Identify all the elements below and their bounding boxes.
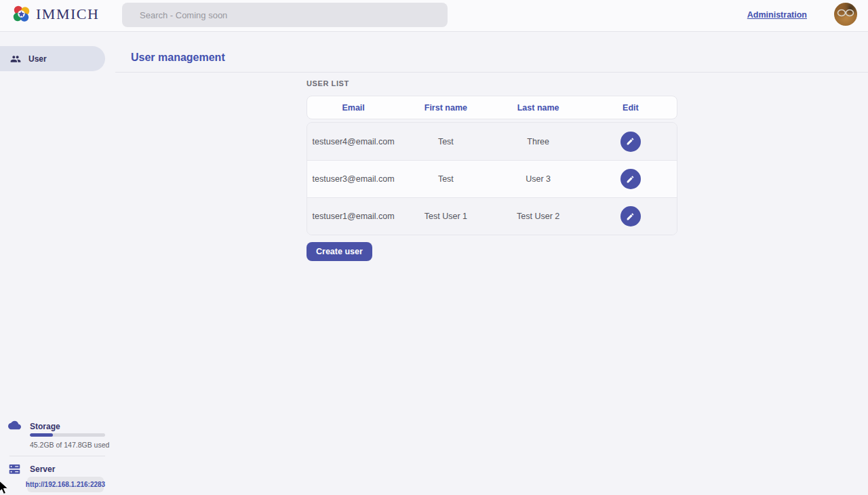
- search-input[interactable]: [122, 3, 448, 27]
- users-icon: [10, 54, 21, 64]
- cell-first-name: Test: [399, 137, 492, 146]
- glasses-icon: [837, 8, 854, 18]
- storage-title: Storage: [30, 422, 60, 431]
- sidebar-item-user-label: User: [28, 54, 47, 64]
- column-header-first-name: First name: [399, 103, 492, 113]
- user-table: testuser4@email.com Test Three testuser3…: [307, 122, 677, 235]
- title-divider: [115, 72, 868, 73]
- administration-link[interactable]: Administration: [747, 10, 807, 20]
- cell-last-name: Three: [492, 137, 585, 146]
- cell-email: testuser4@email.com: [307, 137, 399, 146]
- top-bar: IMMICH Administration: [0, 0, 868, 32]
- cell-first-name: Test User 1: [399, 212, 492, 221]
- storage-progress-fill: [30, 433, 53, 437]
- table-row: testuser3@email.com Test User 3: [307, 160, 677, 197]
- edit-user-button[interactable]: [620, 206, 641, 226]
- user-list-label: USER LIST: [307, 79, 349, 87]
- column-header-email: Email: [307, 103, 399, 113]
- immich-flower-icon: [12, 5, 31, 23]
- cell-last-name: User 3: [492, 174, 585, 184]
- user-avatar[interactable]: [834, 3, 857, 26]
- immich-logo[interactable]: IMMICH: [12, 5, 99, 23]
- cell-first-name: Test: [399, 174, 492, 184]
- page-title: User management: [131, 52, 225, 64]
- brand-name: IMMICH: [36, 5, 99, 23]
- table-row: testuser1@email.com Test User 1 Test Use…: [307, 197, 677, 235]
- storage-progress-bar: [30, 433, 105, 437]
- table-row: testuser4@email.com Test Three: [307, 123, 677, 160]
- user-table-header: Email First name Last name Edit: [307, 96, 677, 119]
- column-header-edit: Edit: [585, 103, 677, 113]
- pencil-icon: [626, 137, 635, 146]
- sidebar-item-user[interactable]: User: [0, 46, 105, 71]
- edit-user-button[interactable]: [620, 132, 641, 152]
- sidebar-divider: [9, 456, 105, 456]
- create-user-button[interactable]: Create user: [307, 242, 372, 261]
- server-icon: [9, 464, 20, 475]
- cell-last-name: Test User 2: [492, 212, 585, 221]
- server-title: Server: [30, 464, 55, 474]
- edit-user-button[interactable]: [620, 169, 641, 189]
- cell-email: testuser3@email.com: [307, 174, 399, 184]
- column-header-last-name: Last name: [492, 103, 585, 113]
- server-url-badge: http://192.168.1.216:2283: [27, 477, 104, 492]
- pencil-icon: [626, 175, 635, 184]
- sidebar: User Storage 45.2GB of 147.8GB used Serv…: [0, 32, 115, 495]
- cloud-icon: [8, 420, 21, 430]
- pencil-icon: [626, 212, 635, 221]
- storage-usage-text: 45.2GB of 147.8GB used: [30, 441, 109, 449]
- cell-email: testuser1@email.com: [307, 212, 399, 221]
